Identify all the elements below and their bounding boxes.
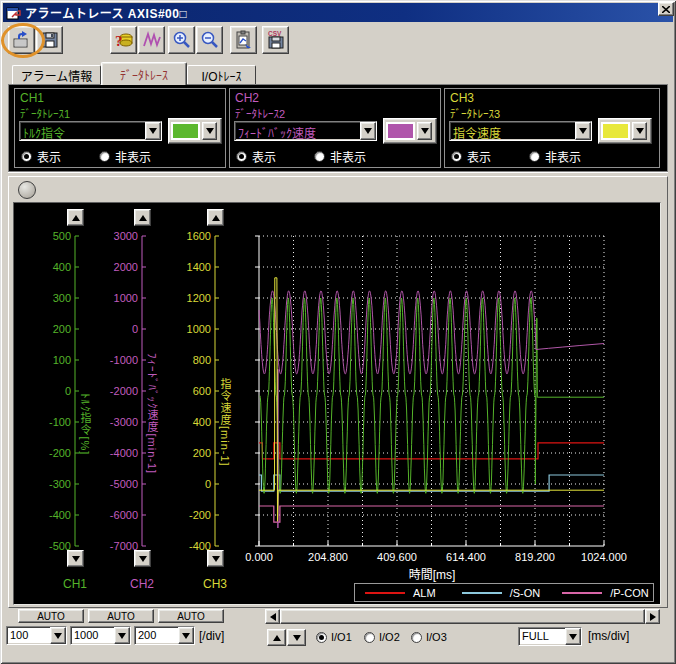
tab-io-trace[interactable]: I/Oﾄﾚｰｽ xyxy=(187,65,256,84)
ch1-hide-radio[interactable]: 非表示 xyxy=(99,148,151,165)
ch2-auto-scale-button[interactable]: AUTO xyxy=(88,609,154,623)
ch3-hide-label: 非表示 xyxy=(545,148,581,165)
time-scrollbar[interactable] xyxy=(265,609,660,624)
chevron-down-icon xyxy=(149,128,157,134)
ch1-trace-label: ﾃﾞｰﾀﾄﾚｰｽ1 xyxy=(20,105,70,121)
arrow-up-icon xyxy=(212,215,220,221)
clipboard-graph-icon xyxy=(234,30,254,50)
x-tick-label: 409.600 xyxy=(363,551,431,563)
ch3-scale-up-button[interactable] xyxy=(207,209,224,226)
io2-radio[interactable]: I/O2 xyxy=(364,631,400,643)
ch1-label: CH1 xyxy=(20,91,44,105)
chevron-down-icon xyxy=(636,128,644,134)
io1-radio[interactable]: I/O1 xyxy=(316,631,352,643)
time-range-select[interactable]: FULL xyxy=(518,627,582,646)
tab-data-trace-label: ﾃﾞｰﾀﾄﾚｰｽ xyxy=(120,66,168,83)
scrollbar-thumb[interactable] xyxy=(280,609,645,624)
ch1-div-select[interactable]: 100 xyxy=(6,626,67,645)
ch1-auto-scale-button[interactable]: AUTO xyxy=(18,609,84,623)
svg-text:CSV: CSV xyxy=(268,30,282,37)
io3-radio[interactable]: I/O3 xyxy=(411,631,447,643)
ch1-scale-up-button[interactable] xyxy=(67,209,84,226)
ch3-trace-label: ﾃﾞｰﾀﾄﾚｰｽ3 xyxy=(450,105,500,121)
ch3-color-picker[interactable] xyxy=(598,118,652,144)
io-down-button[interactable] xyxy=(287,629,306,646)
save-button[interactable] xyxy=(36,26,63,54)
ch3-signal-select[interactable]: 指令速度 xyxy=(449,121,592,141)
save-csv-button[interactable]: CSV xyxy=(262,26,289,54)
ch1-color-dropdown-button[interactable] xyxy=(202,122,217,140)
ch1-signal-dropdown-button[interactable] xyxy=(145,122,161,140)
titlebar: アラームトレース AXIS#00□ xyxy=(3,3,673,22)
x-axis-title: 時間[ms] xyxy=(382,565,482,582)
ch3-signal-dropdown-button[interactable] xyxy=(575,122,591,140)
alarm-help-button[interactable]: ? xyxy=(110,26,137,54)
ch2-signal-select[interactable]: ﾌｨｰﾄﾞﾊﾞｯｸ速度 xyxy=(234,121,377,141)
scroll-right-button[interactable] xyxy=(645,609,660,624)
zoom-in-button[interactable] xyxy=(168,26,195,54)
y-tick-label: 1000 xyxy=(86,292,138,304)
ch2-signal-value: ﾌｨｰﾄﾞﾊﾞｯｸ速度 xyxy=(235,122,360,140)
scroll-left-button[interactable] xyxy=(265,609,280,624)
ch1-div-dropdown-button[interactable] xyxy=(50,627,66,644)
tab-alarm-info[interactable]: アラーム情報 xyxy=(12,65,101,84)
ch2-div-dropdown-button[interactable] xyxy=(114,627,130,644)
x-tick-label: 819.200 xyxy=(501,551,569,563)
arrow-down-icon xyxy=(72,556,80,562)
ch2-color-dropdown-button[interactable] xyxy=(417,122,432,140)
data-trace-tab-panel: CH1 ﾃﾞｰﾀﾄﾚｰｽ1 ﾄﾙｸ指令 表示 非表示 CH2 ﾃﾞｰﾀﾄﾚｰｽ2 xyxy=(8,84,668,172)
radio-off-icon xyxy=(364,632,375,643)
x-tick-label: 614.400 xyxy=(432,551,500,563)
chart-frame: ﾄﾙｸ指令[%] ﾌｨｰﾄﾞﾊﾞｯｸ速度[min-1] 指令速度[min-1] … xyxy=(8,176,668,608)
p-con-legend-line xyxy=(562,592,602,594)
ch2-trace-label: ﾃﾞｰﾀﾄﾚｰｽ2 xyxy=(235,105,285,121)
ch2-hide-radio[interactable]: 非表示 xyxy=(314,148,366,165)
ch3-auto-scale-button[interactable]: AUTO xyxy=(158,609,224,623)
ch3-div-select[interactable]: 200 xyxy=(134,626,195,645)
y-tick-label: 500 xyxy=(19,230,71,242)
waveform-button[interactable] xyxy=(138,26,165,54)
ch2-scale-up-button[interactable] xyxy=(134,209,151,226)
y-tick-label: -200 xyxy=(159,509,211,521)
ch3-div-dropdown-button[interactable] xyxy=(178,627,194,644)
folder-import-icon xyxy=(12,30,32,50)
y-tick-label: 800 xyxy=(159,354,211,366)
y-tick-label: 1200 xyxy=(159,292,211,304)
arrow-up-icon xyxy=(273,635,281,641)
y-tick-label: 1600 xyxy=(159,230,211,242)
ch3-label: CH3 xyxy=(450,91,474,105)
tab-data-trace[interactable]: ﾃﾞｰﾀﾄﾚｰｽ xyxy=(101,62,187,85)
ch2-signal-dropdown-button[interactable] xyxy=(360,122,376,140)
y-tick-label: -400 xyxy=(159,540,211,552)
y-tick-label: -7000 xyxy=(86,540,138,552)
ch2-hide-label: 非表示 xyxy=(330,148,366,165)
time-range-dropdown-button[interactable] xyxy=(565,628,581,645)
ch3-color-dropdown-button[interactable] xyxy=(632,122,647,140)
ch2-color-picker[interactable] xyxy=(383,118,437,144)
ch3-show-radio[interactable]: 表示 xyxy=(451,148,491,165)
ch3-hide-radio[interactable]: 非表示 xyxy=(529,148,581,165)
ch3-panel: CH3 ﾃﾞｰﾀﾄﾚｰｽ3 指令速度 表示 非表示 xyxy=(444,88,660,168)
ch1-scale-down-button[interactable] xyxy=(67,550,84,567)
zoom-out-button[interactable] xyxy=(196,26,223,54)
read-trace-file-button[interactable] xyxy=(8,26,35,54)
ch1-color-picker[interactable] xyxy=(168,118,222,144)
floppy-icon xyxy=(41,31,59,49)
ch3-scale-down-button[interactable] xyxy=(207,550,224,567)
ch2-scale-down-button[interactable] xyxy=(134,550,151,567)
radio-off-icon xyxy=(314,151,325,162)
y-tick-label: 1400 xyxy=(159,261,211,273)
ch1-show-radio[interactable]: 表示 xyxy=(21,148,61,165)
ch2-show-label: 表示 xyxy=(252,148,276,165)
io-up-button[interactable] xyxy=(267,629,286,646)
y-tick-label: 600 xyxy=(159,385,211,397)
waveform-icon xyxy=(142,30,162,50)
ch1-signal-value: ﾄﾙｸ指令 xyxy=(20,122,145,140)
copy-graph-button[interactable] xyxy=(230,26,257,54)
ch2-div-select[interactable]: 1000 xyxy=(70,626,131,645)
ch3-signal-value: 指令速度 xyxy=(450,122,575,140)
ch1-signal-select[interactable]: ﾄﾙｸ指令 xyxy=(19,121,162,141)
ch2-show-radio[interactable]: 表示 xyxy=(236,148,276,165)
arrow-up-icon xyxy=(139,215,147,221)
close-button[interactable] xyxy=(658,2,674,16)
